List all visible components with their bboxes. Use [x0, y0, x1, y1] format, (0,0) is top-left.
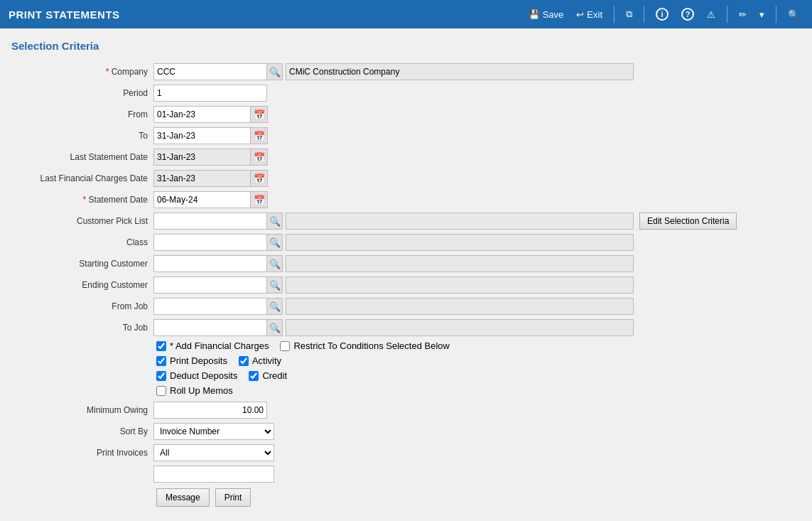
customer-pick-list-row: Customer Pick List 🔍 Edit Selection Crit… [11, 213, 801, 230]
to-row: To 📅 [11, 127, 801, 144]
checkbox-row-1: * Add Financial Charges Restrict To Cond… [156, 340, 801, 351]
search-header-icon: 🔍 [788, 9, 799, 20]
activity-checkbox[interactable] [239, 356, 249, 366]
company-input[interactable] [153, 63, 267, 80]
period-row: Period [11, 85, 801, 102]
last-statement-date-calendar-button[interactable]: 📅 [251, 149, 268, 166]
last-statement-date-row: Last Statement Date 📅 [11, 149, 801, 166]
minimum-owing-label: Minimum Owing [11, 405, 153, 415]
from-job-search-button[interactable]: 🔍 [267, 298, 283, 315]
checkbox-row-2: Print Deposits Activity [156, 355, 801, 366]
last-statement-date-label: Last Statement Date [11, 152, 153, 162]
extra-input[interactable] [153, 466, 274, 483]
to-calendar-button[interactable]: 📅 [251, 127, 268, 144]
to-job-input[interactable] [153, 319, 267, 336]
credit-item[interactable]: Credit [249, 370, 287, 381]
print-deposits-checkbox[interactable] [156, 356, 166, 366]
last-financial-charges-date-input-group: 📅 [153, 170, 268, 187]
roll-up-memos-item[interactable]: Roll Up Memos [156, 385, 233, 396]
from-input-group: 📅 [153, 106, 268, 123]
copy-button[interactable]: ⧉ [622, 6, 637, 23]
copy-icon: ⧉ [626, 9, 632, 20]
company-input-group: 🔍 [153, 63, 283, 80]
info-button[interactable]: i [651, 5, 673, 23]
checkbox-group: * Add Financial Charges Restrict To Cond… [156, 340, 801, 396]
last-financial-charges-date-input [153, 170, 251, 187]
starting-customer-description [286, 255, 634, 272]
print-button[interactable]: Print [215, 488, 251, 507]
deduct-deposits-item[interactable]: Deduct Deposits [156, 370, 237, 381]
ending-customer-search-button[interactable]: 🔍 [267, 276, 283, 294]
to-label: To [11, 131, 153, 141]
print-invoices-select[interactable]: All Unpaid Paid [153, 444, 274, 461]
add-financial-charges-checkbox[interactable] [156, 341, 166, 351]
message-button[interactable]: Message [156, 488, 210, 507]
from-job-label: From Job [11, 301, 153, 311]
credit-label: Credit [262, 370, 287, 381]
edit-button[interactable]: ✏ [735, 6, 751, 23]
starting-customer-input-group: 🔍 [153, 255, 283, 272]
help-button[interactable]: ? [677, 5, 698, 23]
restrict-to-conditions-item[interactable]: Restrict To Conditions Selected Below [280, 340, 449, 351]
edit-icon: ✏ [739, 9, 747, 20]
credit-checkbox[interactable] [249, 371, 259, 381]
company-search-button[interactable]: 🔍 [267, 63, 283, 80]
customer-pick-list-input-group: 🔍 [153, 213, 283, 230]
from-calendar-button[interactable]: 📅 [251, 106, 268, 123]
to-calendar-icon: 📅 [254, 131, 265, 141]
header: PRINT STATEMENTS 💾 Save ↩ Exit ⧉ i ? ⚠ ✏… [0, 0, 812, 28]
starting-customer-label: Starting Customer [11, 259, 153, 269]
dropdown-button[interactable]: ▾ [755, 6, 769, 23]
save-button[interactable]: 💾 Save [524, 6, 568, 23]
from-input[interactable] [153, 106, 251, 123]
ending-customer-row: Ending Customer 🔍 [11, 276, 801, 294]
exit-icon: ↩ [576, 9, 584, 20]
from-job-input-group: 🔍 [153, 298, 283, 315]
to-job-description [286, 319, 634, 336]
minimum-owing-row: Minimum Owing [11, 402, 801, 419]
to-job-search-button[interactable]: 🔍 [267, 319, 283, 336]
checkbox-row-3: Deduct Deposits Credit [156, 370, 801, 381]
activity-item[interactable]: Activity [239, 355, 281, 366]
to-input[interactable] [153, 127, 251, 144]
from-job-input[interactable] [153, 298, 267, 315]
content: Selection Criteria Company 🔍 Period From [0, 28, 812, 521]
search-header-button[interactable]: 🔍 [784, 6, 803, 23]
last-financial-charges-date-label: Last Financial Charges Date [11, 173, 153, 183]
restrict-to-conditions-checkbox[interactable] [280, 341, 290, 351]
last-financial-charges-date-calendar-button[interactable]: 📅 [251, 170, 268, 187]
print-deposits-item[interactable]: Print Deposits [156, 355, 227, 366]
company-description [286, 63, 634, 80]
edit-selection-criteria-button[interactable]: Edit Selection Criteria [639, 213, 737, 230]
restrict-to-conditions-label: Restrict To Conditions Selected Below [293, 340, 449, 351]
help-icon: ? [681, 8, 694, 21]
sort-by-label: Sort By [11, 426, 153, 436]
minimum-owing-input[interactable] [153, 402, 267, 419]
statement-date-row: Statement Date 📅 [11, 191, 801, 208]
add-financial-charges-item[interactable]: * Add Financial Charges [156, 340, 269, 351]
deduct-deposits-checkbox[interactable] [156, 371, 166, 381]
starting-customer-input[interactable] [153, 255, 267, 272]
to-job-row: To Job 🔍 [11, 319, 801, 336]
from-label: From [11, 109, 153, 119]
action-buttons: Message Print [156, 488, 801, 507]
from-row: From 📅 [11, 106, 801, 123]
sort-by-row: Sort By Invoice Number Customer Name [11, 423, 801, 440]
from-job-row: From Job 🔍 [11, 298, 801, 315]
warning-button[interactable]: ⚠ [703, 6, 720, 23]
statement-date-calendar-button[interactable]: 📅 [251, 191, 268, 208]
sort-by-select[interactable]: Invoice Number Customer Name [153, 423, 274, 440]
statement-date-input[interactable] [153, 191, 251, 208]
customer-pick-list-search-button[interactable]: 🔍 [267, 213, 283, 230]
info-icon: i [656, 8, 668, 21]
period-input[interactable] [153, 85, 267, 102]
customer-pick-list-input[interactable] [153, 213, 267, 230]
ending-customer-input[interactable] [153, 276, 267, 294]
class-input[interactable] [153, 234, 267, 251]
exit-button[interactable]: ↩ Exit [572, 6, 607, 23]
starting-customer-search-button[interactable]: 🔍 [267, 255, 283, 272]
class-search-button[interactable]: 🔍 [267, 234, 283, 251]
roll-up-memos-checkbox[interactable] [156, 386, 166, 396]
add-financial-charges-label: * Add Financial Charges [170, 340, 269, 351]
customer-pick-list-search-icon: 🔍 [269, 216, 281, 227]
